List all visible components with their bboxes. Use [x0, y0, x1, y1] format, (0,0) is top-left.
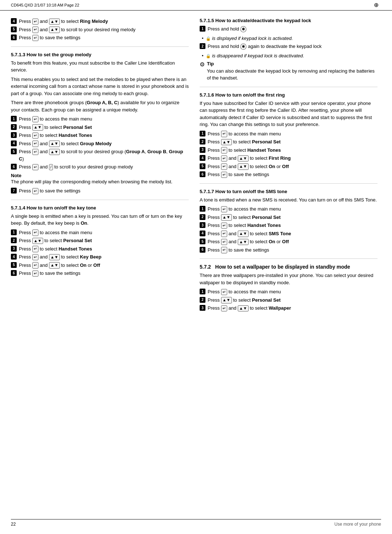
- tip-content: TipYou can also deactivate the keypad lo…: [207, 60, 377, 82]
- nav-icon-572-3: ▲▼: [238, 305, 249, 311]
- footer-bar: 22 Use more of your phone: [11, 519, 381, 527]
- ok-icon-5716-4: ↵: [221, 155, 227, 162]
- section-572-steps: 1 Press ↵ to access the main menu 2 Pres…: [200, 288, 377, 312]
- lock-icon-5715-2: 🔒: [206, 53, 211, 59]
- step-content-5715-1: Press and hold ✱: [208, 25, 377, 33]
- step-5717-3: 3 Press ↵ to select Handset Tones: [200, 222, 377, 229]
- nav-icon-5716-5: ▲▼: [238, 163, 249, 170]
- tip-5715: ⚙ TipYou can also deactivate the keypad …: [200, 60, 377, 82]
- nav-icon-5: ▲▼: [49, 27, 60, 33]
- step-content-5714-6: Press ↵ to save the settings: [19, 270, 189, 277]
- step-5717-4: 4 Press ↵ and ▲▼ to select SMS Tone: [200, 230, 377, 237]
- step-item-4-pre: 4 Press ↵ and ▲▼ to select Ring Melody: [11, 18, 189, 25]
- step-5716-3: 3 Press ↵ to select Handset Tones: [200, 147, 377, 154]
- step-num-5713-1: 1: [11, 116, 17, 122]
- step-5713-5: 5 Press ↵ and ▲▼ to scroll to your desir…: [11, 148, 189, 162]
- nav-icon-5713-5: ▲▼: [49, 149, 60, 155]
- ok-icon-5714-1: ↵: [32, 229, 38, 236]
- tip-icon: ⚙: [200, 60, 205, 69]
- section-5715-steps: 1 Press and hold ✱: [200, 25, 377, 33]
- step-content-5: Press ↵ and ▲▼ to scroll to your desired…: [19, 26, 189, 33]
- section-572-body: There are three wallpapers pre-installed…: [200, 272, 377, 286]
- step-num-5714-6: 6: [11, 270, 17, 276]
- step-content-5716-5: Press ↵ and ▲▼ to select On or Off: [208, 163, 377, 170]
- nav-icon-5717-5: ▲▼: [238, 239, 249, 245]
- step-content-572-2: Press ▲▼ to select Personal Set: [208, 297, 377, 304]
- section-5717-steps: 1 Press ↵ to access the main menu 2 Pres…: [200, 205, 377, 253]
- step-num-572-2: 2: [200, 297, 205, 303]
- step-content-5716-6: Press ↵ to save the settings: [208, 171, 377, 178]
- bullet-5715-1: • 🔒 is displayed if keypad lock is activ…: [200, 35, 377, 42]
- step-num-5713-7: 7: [11, 188, 17, 193]
- step-content-5714-3: Press ↵ to select Handset Tones: [19, 245, 189, 253]
- ok-icon-5713-4: ↵: [32, 140, 38, 147]
- step-5714-6: 6 Press ↵ to save the settings: [11, 270, 189, 277]
- nav-icon-5713-2: ▲▼: [32, 124, 43, 130]
- step-num-5716-6: 6: [200, 171, 205, 177]
- step-content-5717-6: Press ↵ to save the settings: [208, 246, 377, 254]
- step-5716-1: 1 Press ↵ to access the main menu: [200, 130, 377, 138]
- header-text: CD645.QXD 2/1/07 10:18 AM Page 22: [11, 3, 79, 7]
- step-num-5716-2: 2: [200, 139, 205, 144]
- section-5716-steps: 1 Press ↵ to access the main menu 2 Pres…: [200, 130, 377, 178]
- step-content-5714-2: Press ▲▼ to select Personal Set: [19, 237, 189, 244]
- section-5715-title: 5.7.1.5 How to activate/deactivate the k…: [200, 18, 377, 23]
- section-5714-steps: 1 Press ↵ to access the main menu 2 Pres…: [11, 229, 189, 277]
- divider-2: [11, 200, 189, 200]
- nav-icon-5713-6a: /: [49, 164, 53, 170]
- step-572-3: 3 Press ↵ and ▲▼ to select Wallpaper: [200, 305, 377, 312]
- header-bar: CD645.QXD 2/1/07 10:18 AM Page 22: [0, 0, 392, 11]
- ok-icon-5714-5: ↵: [32, 262, 38, 268]
- step-num-5715-1: 1: [200, 26, 205, 32]
- step-num-572-1: 1: [200, 289, 205, 294]
- ok-icon-5713-7: ↵: [32, 188, 38, 194]
- footer-right-text: Use more of your phone: [334, 522, 381, 527]
- divider-1: [11, 46, 189, 47]
- step-5715-1: 1 Press and hold ✱: [200, 25, 377, 33]
- bullet-sym-5715-2: •: [202, 52, 204, 60]
- step-5717-6: 6 Press ↵ to save the settings: [200, 246, 377, 254]
- step-num-5716-3: 3: [200, 147, 205, 153]
- note-text-5713: The phone will play the corresponding me…: [11, 178, 189, 186]
- left-column: 4 Press ↵ and ▲▼ to select Ring Melody 5…: [11, 18, 189, 315]
- section-5716-title: 5.7.1.6 How to turn on/off the first rin…: [200, 92, 377, 98]
- step-content-572-3: Press ↵ and ▲▼ to select Wallpaper: [208, 305, 377, 312]
- section-5716-body: If you have subscribed for Caller ID ser…: [200, 100, 377, 128]
- step-num-5717-5: 5: [200, 239, 205, 244]
- step-content-5714-5: Press ↵ and ▲▼ to select On or Off: [19, 262, 189, 269]
- step-5714-5: 5 Press ↵ and ▲▼ to select On or Off: [11, 262, 189, 269]
- step-5713-1: 1 Press ↵ to access the main menu: [11, 115, 189, 123]
- ok-icon-5716-6: ↵: [221, 172, 227, 178]
- ok-icon-6: ↵: [32, 35, 38, 41]
- step-num-5714-2: 2: [11, 237, 17, 243]
- section-5713: 5.7.1.3 How to set the group melody To b…: [11, 52, 189, 195]
- step-num-4: 4: [11, 18, 17, 24]
- ok-icon-5: ↵: [32, 27, 38, 33]
- ok-icon-5716-5: ↵: [221, 163, 227, 170]
- section-5716: 5.7.1.6 How to turn on/off the first rin…: [200, 92, 377, 178]
- step-num-5717-3: 3: [200, 222, 205, 228]
- step-num-5714-1: 1: [11, 229, 17, 235]
- step-content-5713-2: Press ▲▼ to select Personal Set: [19, 124, 189, 131]
- note-5713: Note The phone will play the correspondi…: [11, 173, 189, 186]
- step-content-5713-5: Press ↵ and ▲▼ to scroll to your desired…: [19, 148, 189, 162]
- section-5717-title: 5.7.1.7 How to turn on/off the SMS tone: [200, 189, 377, 194]
- ok-icon-5714-6: ↵: [32, 270, 38, 277]
- step-content-5714-4: Press ↵ and ▲▼ to select Key Beep: [19, 253, 189, 261]
- ok-icon-5717-4: ↵: [221, 231, 227, 237]
- step-5713-7: 7 Press ↵ to save the settings: [11, 187, 189, 195]
- step-num-5713-4: 4: [11, 140, 17, 146]
- step-5713-2: 2 Press ▲▼ to select Personal Set: [11, 124, 189, 131]
- content-area: 4 Press ↵ and ▲▼ to select Ring Melody 5…: [0, 11, 392, 323]
- step-5715-2: 2 Press and hold ✱ again to deactivate t…: [200, 43, 377, 50]
- ok-icon-5717-1: ↵: [221, 206, 227, 212]
- step-5714-4: 4 Press ↵ and ▲▼ to select Key Beep: [11, 253, 189, 261]
- step-content-5716-2: Press ▲▼ to select Personal Set: [208, 138, 377, 146]
- section-5715: 5.7.1.5 How to activate/deactivate the k…: [200, 18, 377, 82]
- lock-icon-5715-1: 🔒: [206, 36, 211, 42]
- step-num-5717-2: 2: [200, 214, 205, 220]
- section-5713-title: 5.7.1.3 How to set the group melody: [11, 52, 189, 57]
- nav-icon-5716-4: ▲▼: [238, 155, 249, 162]
- step-item-6-pre: 6 Press ↵ to save the settings: [11, 34, 189, 41]
- step-num-5713-5: 5: [11, 148, 17, 154]
